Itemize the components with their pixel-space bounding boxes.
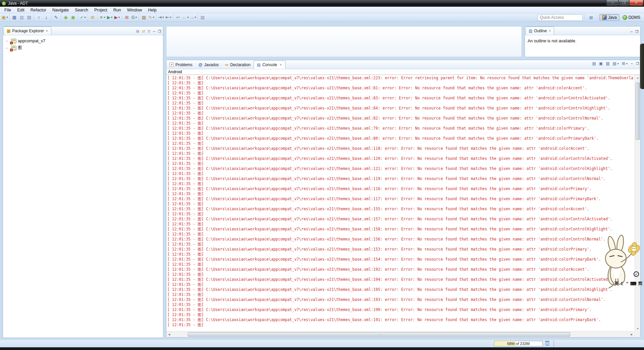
lint-check-button[interactable]: ✓▾: [79, 14, 87, 21]
dropdown-arrow-icon[interactable]: ▾: [111, 16, 112, 19]
project-tree[interactable]: ▹appcompat_v7▹图: [3, 35, 163, 51]
keyboard-icon[interactable]: ⌨: [630, 281, 636, 286]
forward-button[interactable]: →▾: [189, 14, 197, 21]
dropdown-arrow-icon[interactable]: ▾: [162, 16, 164, 19]
horizontal-scroll-thumb[interactable]: [188, 332, 570, 337]
open-console-icon[interactable]: ⊞: [622, 61, 625, 66]
menu-navigate[interactable]: Navigate: [49, 7, 72, 13]
menu-help[interactable]: Help: [145, 7, 160, 13]
punctuation-icon[interactable]: ’’: [626, 281, 629, 286]
perspective-java-button[interactable]: Java: [599, 14, 619, 21]
dropdown-arrow-icon[interactable]: ▾: [170, 16, 171, 19]
open-perspective-button[interactable]: ⊞: [587, 14, 595, 21]
menu-project[interactable]: Project: [91, 7, 110, 13]
new-java-project-button[interactable]: ⊞: [123, 14, 130, 21]
language-english-icon[interactable]: 英: [614, 280, 619, 287]
collapse-all-icon[interactable]: ⊟: [136, 29, 139, 34]
run-button[interactable]: ▶▾: [106, 14, 113, 21]
vertical-scroll-thumb[interactable]: [636, 83, 640, 140]
clear-console-icon[interactable]: ▤: [592, 61, 596, 66]
open-type-button[interactable]: ▨: [140, 14, 148, 21]
tab-outline[interactable]: ▥ Outline ✕: [526, 27, 554, 35]
dropdown-arrow-icon[interactable]: ▾: [626, 62, 628, 65]
run-garbage-collector-button[interactable]: [545, 341, 550, 346]
tab-problems[interactable]: ✕Problems: [166, 60, 196, 69]
minimize-view-icon[interactable]: ─: [153, 30, 155, 33]
tab-declaration[interactable]: ⇨Declaration: [222, 60, 254, 69]
commit-button[interactable]: ↑: [35, 14, 43, 21]
dropdown-arrow-icon[interactable]: ▾: [187, 16, 189, 19]
moon-icon[interactable]: ☾: [621, 281, 625, 286]
maximize-view-icon[interactable]: ❐: [158, 30, 161, 33]
simplified-chinese-icon[interactable]: 简: [638, 280, 642, 287]
dropdown-arrow-icon[interactable]: ▾: [618, 62, 619, 65]
perspective-label: Java: [608, 15, 616, 20]
pen-button[interactable]: ✎: [52, 14, 60, 21]
save-button[interactable]: ▦: [11, 14, 18, 21]
close-tab-icon[interactable]: ✕: [46, 29, 48, 33]
menu-file[interactable]: File: [1, 7, 14, 13]
last-edit-location-button[interactable]: ↩: [174, 14, 182, 21]
save-all-button[interactable]: ▥: [18, 14, 25, 21]
dropdown-arrow-icon[interactable]: ▾: [104, 16, 105, 19]
scroll-right-icon[interactable]: ▶: [629, 332, 635, 337]
prev-annotation-button[interactable]: ⇤▾: [165, 14, 172, 21]
pin-console-icon[interactable]: ▨: [606, 61, 609, 66]
expander-icon[interactable]: ▹: [6, 39, 10, 43]
pin-editor-button[interactable]: ▧: [199, 14, 206, 21]
expander-icon[interactable]: ▹: [6, 46, 10, 50]
menu-search[interactable]: Search: [72, 7, 91, 13]
dropdown-arrow-icon[interactable]: ▾: [118, 16, 120, 19]
minimize-window-button[interactable]: ─: [606, 0, 619, 6]
checkout-button[interactable]: G▾: [130, 14, 138, 21]
console-output[interactable]: [ 12:01:35 - 图] C:\Users\xiaoxiao\worksp…: [166, 75, 635, 331]
next-annotation-button[interactable]: ⇥▾: [157, 14, 165, 21]
menu-edit[interactable]: Edit: [14, 7, 28, 13]
quick-access-input[interactable]: [538, 14, 583, 21]
console-line: [ 12:01:35 - 图] C:\Users\xiaoxiao\worksp…: [167, 116, 635, 121]
project-item[interactable]: ▹appcompat_v7: [3, 37, 163, 44]
run-external-button[interactable]: ▶▾: [113, 14, 121, 21]
link-with-editor-icon[interactable]: ⇄: [142, 29, 145, 34]
back-button[interactable]: ←▾: [182, 14, 189, 21]
android-sdk-manager-button[interactable]: ◉: [62, 14, 69, 21]
dropdown-arrow-icon[interactable]: ▾: [136, 16, 137, 19]
new-wizard-button[interactable]: ▣▾: [1, 14, 8, 21]
update-button[interactable]: ↓: [43, 14, 50, 21]
minimize-view-icon[interactable]: ─: [631, 62, 633, 65]
perspective-ddms-button[interactable]: DDMS: [620, 14, 643, 21]
console-line: [ 12:01:35 - 图]: [167, 262, 635, 267]
tab-package-explorer[interactable]: ▦ Package Explorer ✕: [4, 27, 51, 35]
console-line: [ 12:01:35 - 图] C:\Users\xiaoxiao\worksp…: [167, 297, 635, 302]
close-tab-icon[interactable]: ✕: [548, 29, 551, 33]
debug-button[interactable]: ✶▾: [99, 14, 106, 21]
horizontal-scrollbar[interactable]: ◀ ▶: [166, 331, 635, 337]
menu-refactor[interactable]: Refactor: [28, 7, 49, 13]
scroll-left-icon[interactable]: ◀: [166, 332, 172, 337]
tab-javadoc[interactable]: @Javadoc: [196, 60, 222, 69]
android-virtual-device-manager-button[interactable]: ▣: [69, 14, 77, 21]
vertical-scrollbar[interactable]: ▲ ▼: [635, 75, 640, 331]
display-selected-console-icon[interactable]: ▤: [613, 61, 616, 66]
print-button[interactable]: ▤: [25, 14, 33, 21]
maximize-view-icon[interactable]: ❐: [635, 30, 638, 34]
restore-window-button[interactable]: ❐: [619, 0, 629, 6]
menu-run[interactable]: Run: [110, 7, 124, 13]
close-tab-icon[interactable]: ✕: [279, 63, 282, 67]
dropdown-arrow-icon[interactable]: ▾: [6, 16, 8, 19]
close-window-button[interactable]: ✕: [629, 0, 643, 6]
tab-console[interactable]: ▤Console✕: [254, 60, 285, 69]
dropdown-arrow-icon[interactable]: ▾: [84, 16, 86, 19]
ime-check-icon[interactable]: ✓: [634, 271, 639, 277]
scroll-lock-icon[interactable]: ▣: [599, 61, 603, 66]
dropdown-arrow-icon[interactable]: ▾: [195, 16, 196, 19]
dropdown-arrow-icon[interactable]: ▾: [153, 16, 154, 19]
minimize-view-icon[interactable]: ─: [630, 30, 633, 34]
new-android-project-button[interactable]: ⊞: [89, 14, 96, 21]
view-menu-icon[interactable]: ▽: [148, 30, 150, 33]
maximize-view-icon[interactable]: ❐: [636, 62, 639, 65]
menu-window[interactable]: Window: [124, 7, 145, 13]
project-item[interactable]: ▹图: [3, 44, 163, 51]
mark-occurrences-button[interactable]: ✎▾: [148, 14, 155, 21]
scroll-down-icon[interactable]: ▼: [635, 326, 641, 331]
